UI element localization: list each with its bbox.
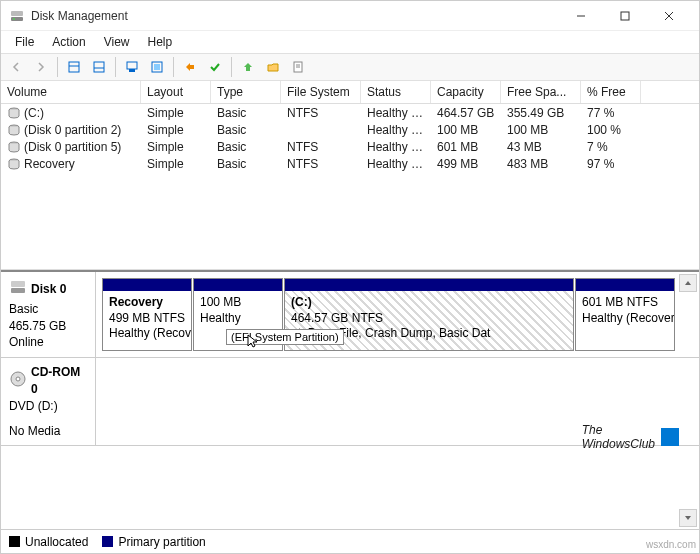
svg-rect-9 xyxy=(94,62,104,72)
col-layout[interactable]: Layout xyxy=(141,81,211,103)
up-button[interactable] xyxy=(237,56,259,78)
disk-management-window: Disk Management File Action View Help Vo… xyxy=(0,0,700,554)
watermark-square-icon xyxy=(661,428,679,446)
legend: Unallocated Primary partition xyxy=(1,529,699,553)
disk-label[interactable]: Disk 0Basic465.75 GBOnline xyxy=(1,272,96,357)
column-headers: Volume Layout Type File System Status Ca… xyxy=(1,81,699,104)
volume-icon xyxy=(7,124,21,136)
action-button[interactable] xyxy=(179,56,201,78)
svg-point-2 xyxy=(13,18,15,20)
menu-view[interactable]: View xyxy=(96,33,138,51)
volume-row[interactable]: RecoverySimpleBasicNTFSHealthy (R...499 … xyxy=(1,155,699,172)
col-pctfree[interactable]: % Free xyxy=(581,81,641,103)
svg-rect-1 xyxy=(11,11,23,16)
partition-tooltip: (EFI System Partition) xyxy=(226,329,344,345)
volume-icon xyxy=(7,158,21,170)
svg-rect-23 xyxy=(11,281,25,287)
col-free[interactable]: Free Spa... xyxy=(501,81,581,103)
graphical-view: Disk 0Basic465.75 GBOnlineRecovery499 MB… xyxy=(1,270,699,529)
volume-row[interactable]: (Disk 0 partition 2)SimpleBasicHealthy (… xyxy=(1,121,699,138)
svg-rect-4 xyxy=(621,12,629,20)
toolbar xyxy=(1,53,699,81)
svg-rect-14 xyxy=(154,64,160,70)
app-icon xyxy=(9,8,25,24)
menu-action[interactable]: Action xyxy=(44,33,93,51)
separator xyxy=(57,57,58,77)
disk-rows: Disk 0Basic465.75 GBOnlineRecovery499 MB… xyxy=(1,272,699,446)
disk-row: Disk 0Basic465.75 GBOnlineRecovery499 MB… xyxy=(1,272,699,358)
volume-row[interactable]: (Disk 0 partition 5)SimpleBasicNTFSHealt… xyxy=(1,138,699,155)
properties-button[interactable] xyxy=(287,56,309,78)
titlebar[interactable]: Disk Management xyxy=(1,1,699,31)
maximize-button[interactable] xyxy=(603,2,647,30)
col-capacity[interactable]: Capacity xyxy=(431,81,501,103)
attribution: wsxdn.com xyxy=(646,539,696,550)
col-type[interactable]: Type xyxy=(211,81,281,103)
svg-rect-12 xyxy=(129,69,135,72)
window-controls xyxy=(559,2,691,30)
separator xyxy=(115,57,116,77)
svg-rect-11 xyxy=(127,62,137,69)
volume-icon xyxy=(7,141,21,153)
volume-rows[interactable]: (C:)SimpleBasicNTFSHealthy (B...464.57 G… xyxy=(1,104,699,269)
forward-button[interactable] xyxy=(30,56,52,78)
check-button[interactable] xyxy=(204,56,226,78)
scroll-down-button[interactable] xyxy=(679,509,697,527)
view-bottom-button[interactable] xyxy=(88,56,110,78)
menubar: File Action View Help xyxy=(1,31,699,53)
swatch-navy-icon xyxy=(102,536,113,547)
partition[interactable]: Recovery499 MB NTFSHealthy (Recovery Pa xyxy=(102,278,192,351)
swatch-black-icon xyxy=(9,536,20,547)
disk-label[interactable]: CD-ROM 0DVD (D:)No Media xyxy=(1,358,96,445)
legend-unallocated: Unallocated xyxy=(9,535,88,549)
separator xyxy=(173,57,174,77)
svg-rect-7 xyxy=(69,62,79,72)
svg-rect-0 xyxy=(11,17,23,21)
folder-button[interactable] xyxy=(262,56,284,78)
mouse-cursor-icon xyxy=(246,333,262,349)
svg-point-25 xyxy=(16,377,20,381)
settings-button[interactable] xyxy=(146,56,168,78)
back-button[interactable] xyxy=(5,56,27,78)
menu-help[interactable]: Help xyxy=(140,33,181,51)
disk-icon xyxy=(9,278,27,301)
volume-row[interactable]: (C:)SimpleBasicNTFSHealthy (B...464.57 G… xyxy=(1,104,699,121)
view-top-button[interactable] xyxy=(63,56,85,78)
partition[interactable]: 601 MB NTFSHealthy (Recovery Par xyxy=(575,278,675,351)
partition-stripe xyxy=(194,279,282,291)
volume-icon xyxy=(7,107,21,119)
partition-stripe xyxy=(285,279,573,291)
col-filesystem[interactable]: File System xyxy=(281,81,361,103)
partition-stripe xyxy=(103,279,191,291)
volume-list: Volume Layout Type File System Status Ca… xyxy=(1,81,699,270)
col-status[interactable]: Status xyxy=(361,81,431,103)
partitions: Recovery499 MB NTFSHealthy (Recovery Pa1… xyxy=(96,272,699,357)
watermark: TheWindowsClub xyxy=(582,423,679,451)
window-title: Disk Management xyxy=(31,9,559,23)
close-button[interactable] xyxy=(647,2,691,30)
menu-file[interactable]: File xyxy=(7,33,42,51)
partition-stripe xyxy=(576,279,674,291)
legend-primary: Primary partition xyxy=(102,535,205,549)
separator xyxy=(231,57,232,77)
refresh-button[interactable] xyxy=(121,56,143,78)
svg-rect-22 xyxy=(11,288,25,293)
col-volume[interactable]: Volume xyxy=(1,81,141,103)
disk-icon xyxy=(9,370,27,393)
minimize-button[interactable] xyxy=(559,2,603,30)
